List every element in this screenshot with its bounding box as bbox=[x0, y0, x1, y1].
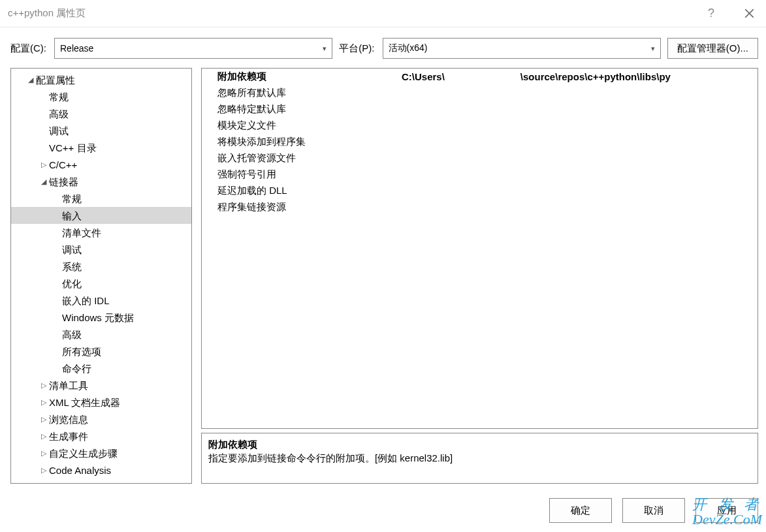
config-value: Release bbox=[60, 43, 93, 54]
tree-item[interactable]: 调试 bbox=[11, 241, 191, 258]
tree-item-label: 清单工具 bbox=[49, 377, 88, 394]
grid-row-label: 延迟加载的 DLL bbox=[202, 185, 398, 197]
expand-icon[interactable]: ▷ bbox=[39, 394, 49, 411]
tree-item-label: 优化 bbox=[62, 275, 82, 292]
cancel-button[interactable]: 取消 bbox=[622, 498, 685, 523]
grid-row[interactable]: 延迟加载的 DLL bbox=[202, 183, 758, 199]
tree-item[interactable]: VC++ 目录 bbox=[11, 139, 191, 156]
tree-item[interactable]: ▷XML 文档生成器 bbox=[11, 394, 191, 411]
grid-row[interactable]: 嵌入托管资源文件 bbox=[202, 150, 758, 166]
tree-item[interactable]: 嵌入的 IDL bbox=[11, 292, 191, 309]
tree-item[interactable]: 高级 bbox=[11, 326, 191, 343]
tree-item[interactable]: 清单文件 bbox=[11, 224, 191, 241]
grid-row-label: 忽略所有默认库 bbox=[202, 87, 398, 99]
property-grid[interactable]: 附加依赖项C:\Users\\source\repos\c++python\li… bbox=[201, 68, 758, 429]
tree-item[interactable]: ◢链接器 bbox=[11, 173, 191, 190]
tree-item-label: 调试 bbox=[49, 123, 69, 139]
collapse-icon[interactable]: ◢ bbox=[25, 72, 36, 88]
chevron-down-icon: ▾ bbox=[651, 44, 655, 53]
tree-item-label: 链接器 bbox=[49, 174, 78, 190]
help-button[interactable]: ? bbox=[698, 2, 724, 25]
tree-item[interactable]: 命令行 bbox=[11, 360, 191, 377]
tree-item[interactable]: ▷浏览信息 bbox=[11, 411, 191, 428]
tree-item-label: 调试 bbox=[62, 242, 82, 258]
config-manager-button[interactable]: 配置管理器(O)... bbox=[667, 38, 758, 59]
grid-row[interactable]: 程序集链接资源 bbox=[202, 199, 758, 215]
expand-icon[interactable]: ◢ bbox=[39, 174, 49, 190]
tree-item-label: Windows 元数据 bbox=[62, 309, 134, 326]
tree-item-label: 浏览信息 bbox=[49, 411, 88, 428]
platform-label: 平台(P): bbox=[339, 42, 374, 55]
tree-item-label: 嵌入的 IDL bbox=[62, 292, 110, 309]
tree-item-label: 常规 bbox=[62, 191, 82, 207]
window-title: c++python 属性页 bbox=[8, 7, 86, 20]
tree-root[interactable]: ◢ 配置属性 bbox=[11, 71, 191, 88]
grid-row-label: 模块定义文件 bbox=[202, 119, 398, 132]
tree-item-label: XML 文档生成器 bbox=[49, 394, 120, 411]
tree-item[interactable]: 系统 bbox=[11, 258, 191, 275]
platform-combo[interactable]: 活动(x64) ▾ bbox=[383, 38, 661, 59]
expand-icon[interactable]: ▷ bbox=[39, 157, 49, 173]
titlebar: c++python 属性页 ? bbox=[0, 0, 766, 27]
tree-item[interactable]: 所有选项 bbox=[11, 343, 191, 360]
grid-row-label: 附加依赖项 bbox=[202, 70, 398, 83]
platform-value: 活动(x64) bbox=[389, 42, 428, 54]
tree-item[interactable]: 调试 bbox=[11, 122, 191, 139]
tree-item-label: 高级 bbox=[62, 326, 82, 343]
expand-icon[interactable]: ▷ bbox=[39, 377, 49, 394]
grid-row-label: 忽略特定默认库 bbox=[202, 103, 398, 116]
right-column: 附加依赖项C:\Users\\source\repos\c++python\li… bbox=[201, 68, 758, 484]
description-panel: 附加依赖项 指定要添加到链接命令令行的附加项。[例如 kernel32.lib] bbox=[201, 433, 758, 484]
tree-item[interactable]: 常规 bbox=[11, 190, 191, 207]
tree-item-label: 常规 bbox=[49, 89, 69, 105]
tree-item[interactable]: 高级 bbox=[11, 105, 191, 122]
tree-item-label: 系统 bbox=[62, 258, 82, 275]
tree-item[interactable]: ▷自定义生成步骤 bbox=[11, 445, 191, 462]
grid-row[interactable]: 强制符号引用 bbox=[202, 166, 758, 183]
expand-icon[interactable]: ▷ bbox=[39, 445, 49, 462]
apply-button[interactable]: 应用 bbox=[695, 498, 758, 523]
grid-row[interactable]: 将模块添加到程序集 bbox=[202, 134, 758, 150]
tree-root-label: 配置属性 bbox=[36, 72, 75, 88]
tree-item-label: C/C++ bbox=[49, 157, 77, 173]
tree-item-label: VC++ 目录 bbox=[49, 140, 97, 156]
grid-row[interactable]: 模块定义文件 bbox=[202, 117, 758, 134]
expand-icon[interactable]: ▷ bbox=[39, 428, 49, 445]
footer: 确定 取消 应用 bbox=[0, 492, 766, 532]
tree-item[interactable]: ▷C/C++ bbox=[11, 156, 191, 173]
tree-item[interactable]: 优化 bbox=[11, 275, 191, 292]
grid-row-label: 将模块添加到程序集 bbox=[202, 136, 398, 148]
grid-row[interactable]: 附加依赖项C:\Users\\source\repos\c++python\li… bbox=[202, 69, 758, 85]
tree-item-label: 自定义生成步骤 bbox=[49, 445, 118, 462]
tree-item-label: 生成事件 bbox=[49, 428, 88, 445]
main-area: ◢ 配置属性 常规高级调试VC++ 目录▷C/C++◢链接器常规输入清单文件调试… bbox=[0, 68, 766, 492]
grid-row[interactable]: 忽略所有默认库 bbox=[202, 85, 758, 101]
tree-item-label: Code Analysis bbox=[49, 462, 111, 478]
tree-item[interactable]: Windows 元数据 bbox=[11, 309, 191, 326]
tree-item-label: 高级 bbox=[49, 106, 69, 122]
expand-icon[interactable]: ▷ bbox=[39, 411, 49, 428]
tree-item[interactable]: ▷生成事件 bbox=[11, 428, 191, 445]
close-button[interactable] bbox=[736, 2, 762, 25]
description-body: 指定要添加到链接命令令行的附加项。[例如 kernel32.lib] bbox=[208, 452, 751, 465]
tree-item[interactable]: ▷清单工具 bbox=[11, 377, 191, 394]
tree-item[interactable]: ▷Code Analysis bbox=[11, 462, 191, 478]
description-title: 附加依赖项 bbox=[208, 439, 751, 451]
tree-item[interactable]: 输入 bbox=[11, 207, 191, 224]
tree-item[interactable]: 常规 bbox=[11, 88, 191, 105]
grid-row-label: 嵌入托管资源文件 bbox=[202, 152, 398, 164]
tree-panel[interactable]: ◢ 配置属性 常规高级调试VC++ 目录▷C/C++◢链接器常规输入清单文件调试… bbox=[10, 68, 192, 484]
grid-row-value[interactable]: C:\Users\\source\repos\c++python\libs\py bbox=[398, 71, 758, 82]
config-combo[interactable]: Release ▾ bbox=[54, 38, 332, 59]
tree-item-label: 输入 bbox=[62, 208, 82, 224]
config-row: 配置(C): Release ▾ 平台(P): 活动(x64) ▾ 配置管理器(… bbox=[0, 27, 766, 68]
tree-item-label: 清单文件 bbox=[62, 225, 101, 241]
expand-icon[interactable]: ▷ bbox=[39, 462, 49, 478]
titlebar-controls: ? bbox=[698, 2, 762, 25]
tree-item-label: 所有选项 bbox=[62, 343, 101, 360]
close-icon bbox=[744, 8, 754, 18]
chevron-down-icon: ▾ bbox=[323, 44, 327, 53]
tree-item-label: 命令行 bbox=[62, 360, 91, 377]
ok-button[interactable]: 确定 bbox=[549, 498, 612, 523]
grid-row[interactable]: 忽略特定默认库 bbox=[202, 101, 758, 117]
